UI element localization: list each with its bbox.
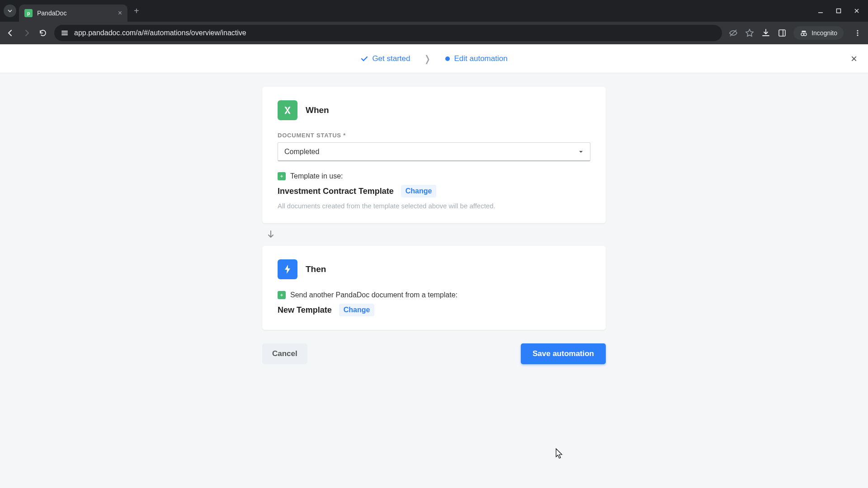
step-label: Edit automation	[454, 54, 507, 63]
app-viewport: Get started ❭ Edit automation × When DOC…	[0, 44, 868, 488]
svg-rect-2	[61, 31, 68, 32]
close-tab-icon[interactable]: ×	[118, 9, 122, 17]
svg-rect-1	[837, 9, 841, 13]
change-when-template-button[interactable]: Change	[401, 185, 437, 197]
browser-tab-strip: p PandaDoc × +	[0, 0, 868, 22]
eye-off-icon[interactable]	[728, 28, 738, 38]
tab-title: PandaDoc	[37, 9, 66, 17]
incognito-icon	[800, 29, 808, 37]
svg-point-11	[857, 32, 858, 33]
url-text: app.pandadoc.com/a/#/automations/overvie…	[74, 29, 246, 37]
then-card: Then Send another PandaDoc document from…	[262, 246, 606, 330]
maximize-icon[interactable]	[835, 8, 842, 14]
svg-point-13	[445, 56, 450, 61]
window-controls	[817, 8, 864, 14]
svg-point-10	[857, 30, 858, 31]
save-automation-button[interactable]: Save automation	[521, 343, 606, 364]
cancel-button[interactable]: Cancel	[262, 343, 307, 364]
reload-icon[interactable]	[38, 28, 48, 38]
pandadoc-favicon: p	[24, 9, 33, 17]
action-icon	[278, 259, 297, 279]
downloads-icon[interactable]	[761, 28, 771, 38]
pandadoc-icon	[278, 172, 286, 180]
svg-rect-6	[779, 30, 785, 36]
minimize-icon[interactable]	[817, 8, 824, 14]
incognito-label: Incognito	[811, 29, 837, 37]
document-status-label: DOCUMENT STATUS *	[278, 132, 590, 139]
change-then-template-button[interactable]: Change	[339, 304, 375, 316]
pandadoc-icon	[278, 291, 286, 299]
close-icon[interactable]: ×	[851, 52, 857, 65]
then-template-name: New Template	[278, 305, 332, 315]
document-status-select[interactable]: Completed	[278, 142, 590, 161]
forward-icon[interactable]	[22, 28, 32, 38]
bookmark-star-icon[interactable]	[745, 28, 755, 38]
flow-arrow-icon	[262, 223, 606, 246]
template-in-use-label: Template in use:	[290, 172, 343, 180]
chevron-down-icon	[578, 149, 584, 155]
select-value: Completed	[284, 148, 319, 156]
svg-rect-4	[61, 34, 68, 35]
browser-menu-icon[interactable]	[853, 29, 863, 37]
wizard-stepper: Get started ❭ Edit automation ×	[0, 44, 868, 73]
side-panel-icon[interactable]	[777, 28, 787, 38]
svg-point-12	[857, 34, 858, 36]
svg-point-9	[804, 33, 807, 36]
address-bar[interactable]: app.pandadoc.com/a/#/automations/overvie…	[54, 25, 722, 41]
step-label: Get started	[372, 54, 410, 63]
svg-rect-3	[61, 33, 68, 33]
dot-icon	[445, 56, 450, 61]
site-settings-icon[interactable]	[61, 29, 69, 37]
svg-point-8	[801, 33, 804, 36]
wizard-footer: Cancel Save automation	[262, 343, 606, 364]
then-action-label: Send another PandaDoc document from a te…	[290, 291, 458, 299]
browser-tab[interactable]: p PandaDoc ×	[19, 5, 127, 22]
then-title: Then	[306, 264, 326, 274]
when-title: When	[306, 105, 329, 115]
incognito-badge[interactable]: Incognito	[793, 26, 844, 40]
when-hint-text: All documents created from the template …	[278, 202, 590, 210]
chevron-right-icon: ❭	[424, 53, 431, 64]
check-icon	[360, 55, 368, 63]
browser-toolbar: app.pandadoc.com/a/#/automations/overvie…	[0, 22, 868, 44]
step-edit-automation[interactable]: Edit automation	[445, 54, 507, 63]
tab-search-button[interactable]	[4, 5, 16, 17]
automation-canvas: When DOCUMENT STATUS * Completed Templat…	[0, 73, 868, 488]
trigger-icon	[278, 100, 297, 120]
step-get-started[interactable]: Get started	[360, 54, 410, 63]
when-template-name: Investment Contract Template	[278, 187, 394, 196]
back-icon[interactable]	[5, 28, 15, 38]
close-window-icon[interactable]	[854, 8, 860, 14]
when-card: When DOCUMENT STATUS * Completed Templat…	[262, 87, 606, 223]
new-tab-button[interactable]: +	[134, 6, 139, 16]
